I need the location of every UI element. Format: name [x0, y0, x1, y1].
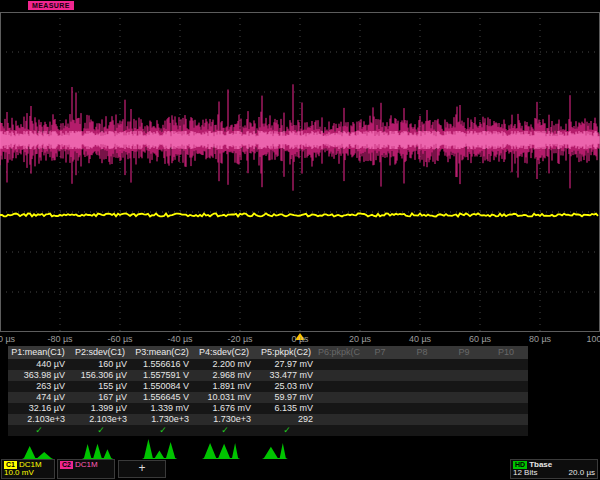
- measure-value: 32.16 µV: [8, 403, 70, 414]
- measure-value: 167 µV: [70, 392, 132, 403]
- time-axis-label: 80 µs: [529, 334, 551, 344]
- measure-value: 1.399 µV: [70, 403, 132, 414]
- timebase-scale: 20.0 µs: [569, 469, 595, 477]
- measure-header-p5[interactable]: P5:pkpk(C2): [256, 346, 318, 359]
- measure-value: 2.103e+3: [70, 414, 132, 425]
- measure-value: 1.730e+3: [194, 414, 256, 425]
- measure-value: [360, 370, 402, 381]
- measure-value: [486, 414, 528, 425]
- c2-coupling-label: DC1M: [75, 461, 98, 469]
- measure-value: [318, 414, 360, 425]
- histicon-row: [0, 436, 600, 458]
- measure-value: 440 µV: [8, 359, 70, 370]
- measure-value: [318, 381, 360, 392]
- measure-header-p3[interactable]: P3:mean(C2): [132, 346, 194, 359]
- measure-value: 1.550084 V: [132, 381, 194, 392]
- measure-status-check: [486, 425, 528, 436]
- timebase-descriptor[interactable]: HD Tbase 12 Bits 20.0 µs: [510, 459, 598, 479]
- measure-value: [444, 359, 486, 370]
- measure-status-check: [318, 425, 360, 436]
- measure-value: 160 µV: [70, 359, 132, 370]
- c1-descriptor[interactable]: C1 DC1M 10.0 mV: [1, 459, 55, 479]
- histicon-p3[interactable]: [142, 436, 182, 459]
- measure-row: 363.98 µV156.306 µV1.557591 V2.968 mV33.…: [8, 370, 528, 381]
- measure-header-p1[interactable]: P1:mean(C1): [8, 346, 70, 359]
- c1-vertical-scale: 10.0 mV: [4, 469, 34, 477]
- measure-status-check: [360, 425, 402, 436]
- measure-value: 1.676 mV: [194, 403, 256, 414]
- measure-header-p9[interactable]: P9: [444, 346, 486, 359]
- measure-value: [318, 392, 360, 403]
- time-axis-label: -20 µs: [227, 334, 252, 344]
- measure-value: [444, 370, 486, 381]
- histicon-shape: [82, 444, 113, 459]
- measure-row: 2.103e+32.103e+31.730e+31.730e+3292: [8, 414, 528, 425]
- measure-value: [486, 392, 528, 403]
- measure-value: 2.103e+3: [8, 414, 70, 425]
- measure-status-check: ✓: [8, 425, 70, 436]
- measure-value: 155 µV: [70, 381, 132, 392]
- measure-value: [318, 370, 360, 381]
- measure-header-p10[interactable]: P10: [486, 346, 528, 359]
- measure-value: [486, 403, 528, 414]
- measure-value: [444, 392, 486, 403]
- measure-status-check: [402, 425, 444, 436]
- measure-value: 10.031 mV: [194, 392, 256, 403]
- measure-value: [360, 414, 402, 425]
- histicon-shape: [22, 446, 53, 459]
- time-axis: -100 µs-80 µs-60 µs-40 µs-20 µs0 µs20 µs…: [0, 334, 600, 345]
- c1-waveform[interactable]: [0, 213, 598, 216]
- measure-value: 1.730e+3: [132, 414, 194, 425]
- time-axis-label: 40 µs: [409, 334, 431, 344]
- measure-row: 263 µV155 µV1.550084 V1.891 mV25.03 mV: [8, 381, 528, 392]
- adc-bits-label: 12 Bits: [513, 469, 537, 477]
- measure-header-p6[interactable]: P6:pkpk(C5): [318, 346, 360, 359]
- c2-descriptor[interactable]: C2 DC1M: [57, 459, 115, 479]
- measure-row: 440 µV160 µV1.556616 V2.200 mV27.97 mV: [8, 359, 528, 370]
- oscilloscope-screen: MEASURE -100 µs-80 µs-60 µs-40 µs-20 µs0…: [0, 0, 600, 480]
- measure-value: 25.03 mV: [256, 381, 318, 392]
- measure-status-check: ✓: [70, 425, 132, 436]
- measure-value: [402, 381, 444, 392]
- time-axis-label: 60 µs: [469, 334, 491, 344]
- measure-header-p8[interactable]: P8: [402, 346, 444, 359]
- measure-value: [486, 381, 528, 392]
- measure-value: [444, 381, 486, 392]
- measure-value: 156.306 µV: [70, 370, 132, 381]
- measure-value: 2.968 mV: [194, 370, 256, 381]
- time-axis-label: -40 µs: [167, 334, 192, 344]
- measure-header-p7[interactable]: P7: [360, 346, 402, 359]
- measure-header-p2[interactable]: P2:sdev(C1): [70, 346, 132, 359]
- plus-icon: +: [138, 461, 145, 475]
- histicon-p4[interactable]: [202, 436, 242, 459]
- add-trace-button[interactable]: +: [118, 460, 166, 478]
- measure-value: 292: [256, 414, 318, 425]
- top-menu-badge[interactable]: MEASURE: [28, 1, 74, 10]
- measure-value: 263 µV: [8, 381, 70, 392]
- measure-header-p4[interactable]: P4:sdev(C2): [194, 346, 256, 359]
- measure-header-row: P1:mean(C1)P2:sdev(C1)P3:mean(C2)P4:sdev…: [8, 346, 528, 359]
- measurement-table: P1:mean(C1)P2:sdev(C1)P3:mean(C2)P4:sdev…: [8, 346, 528, 436]
- time-axis-label: 0 µs: [291, 334, 308, 344]
- measure-value: [444, 403, 486, 414]
- measure-value: 27.97 mV: [256, 359, 318, 370]
- histicon-shape: [142, 439, 177, 459]
- histicon-p5[interactable]: [262, 436, 302, 459]
- histicon-p1[interactable]: [22, 436, 62, 459]
- measure-value: [486, 359, 528, 370]
- waveform-display[interactable]: [0, 12, 600, 332]
- measure-value: 33.477 mV: [256, 370, 318, 381]
- measure-value: 363.98 µV: [8, 370, 70, 381]
- measure-value: [318, 359, 360, 370]
- measure-status-check: ✓: [132, 425, 194, 436]
- measure-value: 6.135 mV: [256, 403, 318, 414]
- time-axis-label: -100 µs: [0, 334, 15, 344]
- measure-value: [402, 392, 444, 403]
- measure-value: [486, 370, 528, 381]
- measure-value: [360, 403, 402, 414]
- measure-value: [402, 414, 444, 425]
- measure-status-check: ✓: [256, 425, 318, 436]
- measure-value: [360, 392, 402, 403]
- c2-channel-chip: C2: [60, 461, 73, 469]
- histicon-p2[interactable]: [82, 436, 122, 459]
